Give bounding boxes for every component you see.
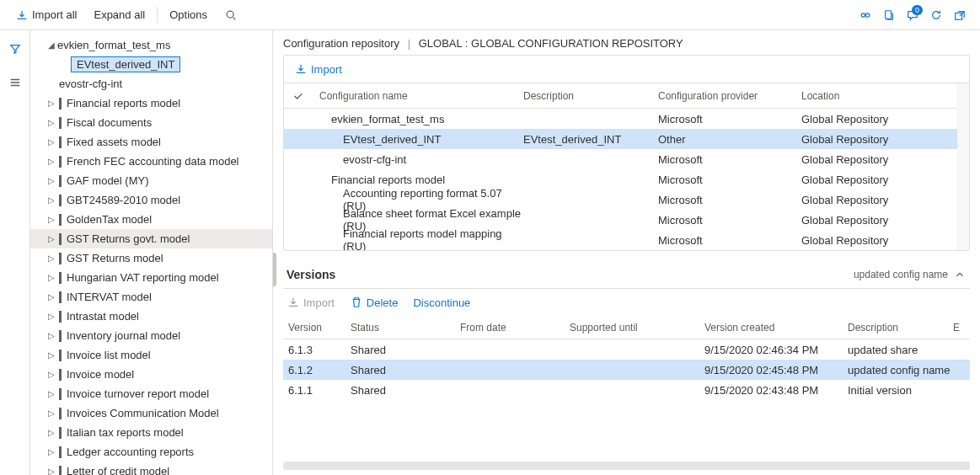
col-created[interactable]: Version created bbox=[704, 322, 848, 334]
tree-item[interactable]: ▷GAF model (MY) bbox=[30, 171, 272, 190]
caret-right-icon: ▷ bbox=[46, 137, 57, 147]
tree-bar-icon bbox=[59, 350, 62, 361]
col-description[interactable]: Description bbox=[523, 90, 658, 102]
col-provider[interactable]: Configuration provider bbox=[658, 90, 801, 102]
tree-item-label: Intrastat model bbox=[67, 310, 139, 323]
col-desc[interactable]: Description bbox=[848, 322, 953, 334]
version-import-label: Import bbox=[303, 296, 335, 309]
search-button[interactable] bbox=[216, 5, 246, 25]
svg-rect-4 bbox=[956, 13, 962, 19]
cell-prov: Microsoft bbox=[658, 153, 801, 166]
chevron-up-icon[interactable] bbox=[953, 268, 967, 281]
config-row[interactable]: evkien_format_test_msMicrosoftGlobal Rep… bbox=[284, 109, 957, 129]
import-all-button[interactable]: Import all bbox=[7, 5, 85, 25]
tree-item[interactable]: ▷GST Returns model bbox=[30, 248, 272, 268]
tree-item[interactable]: ▷Italian tax reports model bbox=[30, 423, 272, 442]
tree-item[interactable]: ▷Fiscal documents bbox=[30, 113, 272, 132]
col-extra[interactable]: E bbox=[953, 322, 970, 334]
tree-root[interactable]: ◢ evkien_format_test_ms bbox=[30, 35, 272, 55]
tree-bar-icon bbox=[59, 214, 62, 226]
svg-point-2 bbox=[865, 13, 869, 16]
cell-desc: EVtest_derived_INT bbox=[523, 133, 658, 146]
resize-handle[interactable] bbox=[273, 253, 276, 286]
options-label: Options bbox=[169, 8, 207, 21]
tree-item-label: Fixed assets model bbox=[67, 136, 161, 148]
tree-item[interactable]: ▷Ledger accounting reports bbox=[30, 442, 272, 462]
left-rail bbox=[0, 30, 30, 475]
attachments-icon[interactable] bbox=[882, 8, 896, 22]
tree-child-label: evostr-cfg-int bbox=[59, 77, 122, 90]
version-discontinue-button[interactable]: Discontinue bbox=[410, 294, 474, 311]
col-from[interactable]: From date bbox=[460, 322, 570, 334]
configs-body[interactable]: evkien_format_test_msMicrosoftGlobal Rep… bbox=[284, 109, 957, 250]
version-row[interactable]: 6.1.1Shared9/15/2020 02:43:48 PMInitial … bbox=[283, 380, 970, 400]
config-row[interactable]: evostr-cfg-intMicrosoftGlobal Repository bbox=[284, 149, 957, 169]
tree-bar-icon bbox=[59, 156, 62, 168]
tree-bar-icon bbox=[59, 117, 62, 129]
tree-item-label: GAF model (MY) bbox=[67, 174, 149, 187]
col-status[interactable]: Status bbox=[351, 322, 460, 334]
version-import-button[interactable]: Import bbox=[283, 294, 338, 311]
config-row[interactable]: EVtest_derived_INTEVtest_derived_INTOthe… bbox=[284, 129, 957, 149]
version-delete-button[interactable]: Delete bbox=[346, 294, 402, 311]
tree-item[interactable]: ▷GoldenTax model bbox=[30, 210, 272, 229]
horizontal-scrollbar[interactable] bbox=[283, 462, 970, 470]
versions-body[interactable]: 6.1.3Shared9/15/2020 02:46:34 PMupdated … bbox=[283, 339, 970, 400]
tree-item[interactable]: ▷Letter of credit model bbox=[30, 462, 272, 475]
badge-count: 0 bbox=[912, 5, 923, 15]
tree-item-label: Ledger accounting reports bbox=[67, 446, 194, 458]
tree-item[interactable]: ▷Invoices Communication Model bbox=[30, 403, 272, 423]
tree-item[interactable]: ▷French FEC accounting data model bbox=[30, 152, 272, 171]
tree-item[interactable]: ▷Invoice turnover report model bbox=[30, 384, 272, 403]
caret-right-icon: ▷ bbox=[46, 195, 57, 205]
tree-item-label: GoldenTax model bbox=[67, 213, 152, 226]
cell-status: Shared bbox=[351, 344, 460, 356]
configs-scrollbar[interactable] bbox=[957, 83, 969, 250]
options-button[interactable]: Options bbox=[161, 5, 216, 24]
tree-item-label: Inventory journal model bbox=[67, 329, 180, 342]
tree-item[interactable]: ▷Inventory journal model bbox=[30, 326, 272, 345]
select-all-check[interactable] bbox=[284, 90, 313, 102]
import-label: Import bbox=[311, 63, 342, 76]
cell-loc: Global Repository bbox=[801, 133, 957, 146]
tree-panel[interactable]: ◢ evkien_format_test_ms EVtest_derived_I… bbox=[30, 30, 273, 475]
caret-right-icon: ▷ bbox=[46, 215, 57, 224]
tree-item[interactable]: ▷INTERVAT model bbox=[30, 287, 272, 307]
tree-child-item[interactable]: evostr-cfg-int bbox=[30, 74, 272, 93]
popout-icon[interactable] bbox=[953, 8, 967, 22]
tree-bar-icon bbox=[59, 291, 62, 303]
top-toolbar: Import all Expand all Options 0 bbox=[0, 0, 980, 30]
cell-name: evkien_format_test_ms bbox=[313, 113, 523, 125]
caret-right-icon: ▷ bbox=[46, 273, 57, 282]
cell-loc: Global Repository bbox=[801, 153, 957, 166]
download-icon bbox=[15, 8, 29, 22]
link-icon[interactable] bbox=[859, 8, 872, 22]
col-version[interactable]: Version bbox=[283, 322, 351, 334]
tree-item[interactable]: ▷Invoice model bbox=[30, 365, 272, 384]
config-row[interactable]: Financial reports model mapping (RU)Micr… bbox=[284, 230, 957, 250]
filter-button[interactable] bbox=[3, 37, 27, 61]
tree-item[interactable]: ▷Hungarian VAT reporting model bbox=[30, 268, 272, 287]
tree-item[interactable]: ▷Invoice list model bbox=[30, 345, 272, 365]
list-button[interactable] bbox=[3, 71, 27, 94]
messages-icon[interactable]: 0 bbox=[906, 8, 919, 22]
tree-item[interactable]: ▷Fixed assets model bbox=[30, 132, 272, 152]
caret-right-icon: ▷ bbox=[46, 467, 57, 475]
tree-item[interactable]: ▷Financial reports model bbox=[30, 93, 272, 113]
col-supported[interactable]: Supported until bbox=[570, 322, 704, 334]
cell-prov: Microsoft bbox=[658, 194, 801, 206]
col-location[interactable]: Location bbox=[801, 90, 957, 102]
expand-all-button[interactable]: Expand all bbox=[85, 5, 153, 24]
version-row[interactable]: 6.1.3Shared9/15/2020 02:46:34 PMupdated … bbox=[283, 339, 970, 360]
tree-item[interactable]: ▷GBT24589-2010 model bbox=[30, 190, 272, 210]
version-row[interactable]: 6.1.2Shared9/15/2020 02:45:48 PMupdated … bbox=[283, 360, 970, 380]
tree-item-label: French FEC accounting data model bbox=[67, 155, 239, 168]
refresh-icon[interactable] bbox=[929, 8, 943, 22]
tree-selected-item[interactable]: EVtest_derived_INT bbox=[30, 55, 272, 74]
cell-version: 6.1.1 bbox=[283, 384, 351, 397]
import-button[interactable]: Import bbox=[291, 61, 345, 77]
toolbar-separator bbox=[157, 7, 158, 24]
tree-item[interactable]: ▷GST Returns govt. model bbox=[30, 229, 272, 248]
tree-item[interactable]: ▷Intrastat model bbox=[30, 307, 272, 326]
col-config-name[interactable]: Configuration name bbox=[313, 90, 523, 102]
